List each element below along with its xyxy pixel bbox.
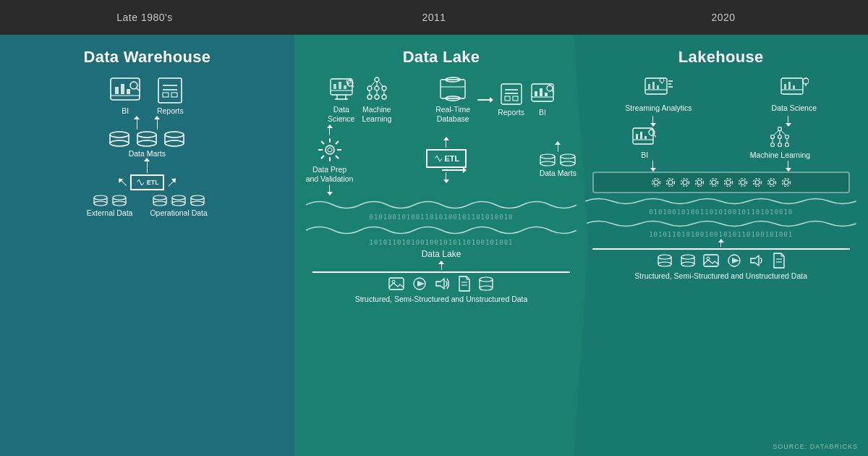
lh-bi-label: BI xyxy=(641,151,648,160)
dl-rtdb-label: Real-Time Database xyxy=(435,105,470,123)
svg-rect-72 xyxy=(441,80,465,98)
gear-10-icon xyxy=(780,176,793,189)
section-data-warehouse: Data Warehouse BI xyxy=(0,35,294,456)
db-cylinder-2 xyxy=(136,131,158,147)
dl-rtdb-arrow xyxy=(477,99,490,101)
svg-line-100 xyxy=(440,159,442,161)
svg-rect-141 xyxy=(644,136,647,139)
lh-arrow-bi-down xyxy=(650,161,656,170)
streaming-icon xyxy=(644,77,673,101)
dw-external-data: External Data xyxy=(87,195,133,218)
dw-arrows-to-top xyxy=(134,117,160,130)
svg-point-19 xyxy=(137,140,156,146)
svg-point-169 xyxy=(741,180,745,185)
svg-point-171 xyxy=(755,180,760,185)
gear-7-icon xyxy=(736,176,749,189)
dl-bottom-data-label: Structured, Semi-Structured and Unstruct… xyxy=(355,295,528,303)
svg-marker-113 xyxy=(436,279,444,289)
ops-db-1 xyxy=(152,195,168,206)
lh-db-icon2 xyxy=(680,254,696,267)
dw-arrow-datamarts xyxy=(144,159,150,173)
dl-binary-text2: 1010110101001001010110100101001 xyxy=(306,238,577,248)
db-cylinder-1 xyxy=(109,131,130,147)
svg-point-42 xyxy=(172,201,185,206)
dl-dm-arrow-up xyxy=(555,143,561,152)
dw-title: Data Warehouse xyxy=(12,48,283,67)
svg-point-180 xyxy=(658,262,671,266)
dl-etl-box: ETL xyxy=(426,149,467,168)
svg-rect-51 xyxy=(344,85,346,89)
dl-bi-icon xyxy=(530,83,555,106)
main-sections: Data Warehouse BI xyxy=(0,35,868,456)
svg-point-104 xyxy=(540,161,555,166)
dw-arrow-from-ops xyxy=(166,177,176,188)
document-icon xyxy=(458,276,471,292)
lh-streaming-label: Streaming Analytics xyxy=(625,104,692,113)
dl-rtdb-item: Real-Time Database xyxy=(435,77,470,123)
svg-rect-11 xyxy=(171,93,177,97)
db-cylinder-3 xyxy=(163,131,185,147)
lh-binary-text: 0101001010011010100101101010010 xyxy=(585,208,856,217)
svg-point-88 xyxy=(326,145,334,154)
svg-rect-139 xyxy=(636,134,638,139)
svg-point-135 xyxy=(803,78,809,84)
lh-bi-icon xyxy=(631,127,658,148)
ops-db-2 xyxy=(171,195,187,206)
dl-etl-arrow-down xyxy=(443,172,449,182)
svg-point-62 xyxy=(382,86,386,90)
dw-diagram: BI Reports xyxy=(12,77,283,456)
svg-point-116 xyxy=(480,277,493,282)
dl-etl-h-arrow xyxy=(442,169,464,171)
gear-4-icon xyxy=(693,176,706,189)
dw-reports-label: Reports xyxy=(157,106,184,116)
svg-point-12 xyxy=(110,132,129,138)
lh-arrow-ml-down xyxy=(786,161,791,170)
svg-line-24 xyxy=(137,180,139,182)
svg-point-27 xyxy=(94,195,107,200)
svg-point-145 xyxy=(771,135,775,138)
svg-line-153 xyxy=(781,130,786,135)
lh-datascience-item: Data Science xyxy=(772,77,817,113)
svg-point-159 xyxy=(668,180,673,185)
gear-1-icon xyxy=(650,176,663,189)
dl-dataprep-label: Data Prep and Validation xyxy=(306,165,354,183)
lh-wave1 xyxy=(585,195,856,208)
svg-point-39 xyxy=(172,195,185,200)
svg-point-105 xyxy=(561,154,575,159)
svg-point-147 xyxy=(786,135,789,138)
svg-point-64 xyxy=(375,95,379,99)
dl-datascience-item: Data Science xyxy=(328,77,354,123)
lh-streaming-item: Streaming Analytics xyxy=(625,77,692,113)
svg-point-149 xyxy=(778,143,782,146)
dl-ml-label: Machine Learning xyxy=(362,105,391,123)
svg-marker-189 xyxy=(751,256,759,266)
svg-rect-123 xyxy=(652,82,655,89)
dl-title: Data Lake xyxy=(306,48,577,67)
svg-rect-132 xyxy=(784,84,786,89)
svg-point-89 xyxy=(328,148,332,152)
lh-doc-icon xyxy=(773,253,786,269)
svg-line-95 xyxy=(336,156,339,159)
svg-rect-124 xyxy=(657,85,659,89)
svg-rect-80 xyxy=(513,96,518,101)
svg-line-97 xyxy=(321,156,324,159)
svg-rect-109 xyxy=(389,278,404,290)
ext-db-2 xyxy=(111,195,127,206)
svg-point-142 xyxy=(649,130,655,135)
dl-etl-icon xyxy=(433,153,443,164)
svg-point-59 xyxy=(375,77,379,82)
lh-data-icons xyxy=(657,253,786,269)
svg-point-15 xyxy=(110,140,129,146)
svg-rect-7 xyxy=(158,78,182,103)
svg-point-157 xyxy=(654,180,658,185)
svg-line-98 xyxy=(435,156,437,159)
lh-gears-row xyxy=(598,176,844,189)
dw-top-row: BI Reports xyxy=(109,77,184,116)
dl-wave xyxy=(306,197,577,213)
ops-db-3 xyxy=(190,195,205,206)
lh-wave2 xyxy=(585,217,856,230)
dl-rtdb-arrow-up xyxy=(443,138,449,148)
lh-ml-label: Machine Learning xyxy=(750,151,810,160)
lh-binary-text2: 1010110101001001010110100101001 xyxy=(585,230,856,240)
svg-point-38 xyxy=(153,201,166,206)
